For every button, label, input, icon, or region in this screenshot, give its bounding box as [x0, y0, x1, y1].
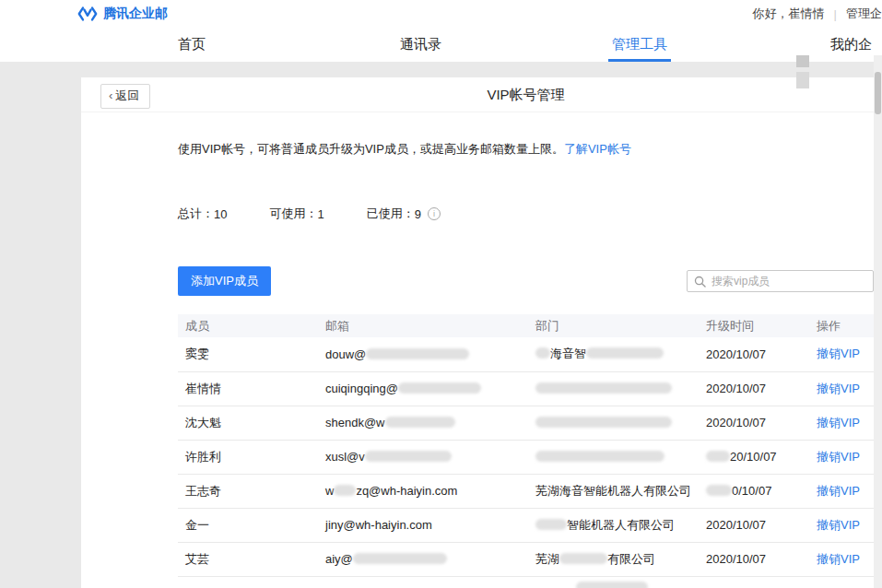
stat-total-label: 总计： [178, 206, 214, 222]
tab-home[interactable]: 首页 [176, 28, 207, 62]
upgrade-time: 2020/10/07 [699, 337, 809, 371]
upgrade-time: 2020/10/07 [699, 406, 809, 440]
floating-scrollbar-block-1[interactable] [796, 55, 809, 67]
back-button-label: 返回 [115, 88, 139, 102]
card-content: 使用VIP帐号，可将普通成员升级为VIP成员，或提高业务邮箱数量上限。了解VIP… [178, 141, 874, 588]
tab-admin-tools[interactable]: 管理工具 [610, 28, 669, 62]
member-email: xusl@v [318, 440, 528, 474]
stat-available-label: 可使用： [269, 206, 317, 222]
stat-used: 已使用： 9 [367, 206, 441, 222]
actions-cell: 撤销VIP [809, 508, 874, 542]
vip-members-table: 成员 邮箱 部门 升级时间 操作 窦雯douw@海音智2020/10/07撤销V… [178, 314, 874, 577]
floating-scrollbar-block-2[interactable] [796, 72, 809, 88]
tab-contacts[interactable]: 通讯录 [398, 28, 443, 62]
upgrade-time: 2020/10/07 [699, 371, 809, 406]
table-row: 崔情情cuiqingqing@2020/10/07撤销VIP [178, 371, 874, 406]
member-email: jiny@wh-haiyin.com [318, 508, 528, 542]
back-button[interactable]: ‹返回 [100, 84, 150, 109]
redacted-text [586, 347, 664, 359]
upgrade-time: 2020/10/07 [699, 508, 809, 542]
redacted-text [535, 347, 550, 359]
brand-logo[interactable]: 腾讯企业邮 [77, 5, 168, 23]
actions-cell: 撤销VIP [809, 371, 874, 406]
table-toolbar: 添加VIP成员 [178, 266, 874, 296]
vip-stats: 总计： 10 可使用： 1 已使用： 9 [178, 206, 874, 222]
revoke-vip-link[interactable]: 撤销VIP [817, 416, 860, 429]
page-background: ‹返回 VIP帐号管理 使用VIP帐号，可将普通成员升级为VIP成员，或提高业务… [0, 62, 882, 588]
revoke-vip-link[interactable]: 撤销VIP [817, 450, 860, 464]
stat-used-label: 已使用： [367, 206, 415, 222]
member-department: 芜湖有限公司 [528, 542, 699, 576]
stat-available: 可使用： 1 [269, 206, 323, 222]
stat-total: 总计： 10 [178, 206, 227, 222]
col-department: 部门 [528, 314, 699, 337]
separator: | [834, 7, 837, 21]
stat-available-value: 1 [317, 207, 323, 221]
chevron-left-icon: ‹ [109, 88, 112, 102]
redacted-text [535, 382, 672, 394]
upgrade-time: 2020/10/07 [699, 542, 809, 576]
search-input[interactable] [711, 275, 866, 288]
topbar: 腾讯企业邮 你好，崔情情 | 管理企 [0, 0, 882, 28]
revoke-vip-link[interactable]: 撤销VIP [817, 484, 860, 498]
topbar-right: 你好，崔情情 | 管理企 [753, 6, 882, 22]
table-row: 窦雯douw@海音智2020/10/07撤销VIP [178, 337, 874, 371]
actions-cell: 撤销VIP [809, 440, 874, 474]
redacted-text [706, 485, 732, 496]
member-name: 王志奇 [178, 474, 318, 508]
member-name: 沈大魁 [178, 406, 318, 440]
member-name: 金一 [178, 508, 318, 542]
member-email: wzq@wh-haiyin.com [318, 474, 528, 508]
redacted-text [385, 417, 455, 428]
revoke-vip-link[interactable]: 撤销VIP [817, 382, 860, 395]
card-header: ‹返回 VIP帐号管理 [81, 77, 874, 112]
redacted-blob [576, 582, 648, 588]
member-name: 艾芸 [178, 542, 318, 576]
brand-name: 腾讯企业邮 [103, 6, 168, 22]
actions-cell: 撤销VIP [809, 406, 874, 440]
col-email: 邮箱 [318, 314, 528, 337]
col-member: 成员 [178, 314, 318, 337]
member-department: 海音智 [528, 337, 699, 371]
vip-management-card: ‹返回 VIP帐号管理 使用VIP帐号，可将普通成员升级为VIP成员，或提高业务… [81, 77, 874, 588]
redacted-text [365, 451, 452, 462]
col-actions: 操作 [809, 314, 874, 337]
exmail-logo-icon [77, 5, 98, 23]
user-greeting[interactable]: 你好，崔情情 [753, 6, 825, 22]
actions-cell: 撤销VIP [809, 474, 874, 508]
member-department [528, 406, 699, 440]
info-icon[interactable] [428, 207, 441, 220]
member-email: aiy@ [318, 542, 528, 576]
upgrade-time: 0/10/07 [699, 474, 809, 508]
stat-used-value: 9 [415, 207, 421, 221]
redacted-text [535, 451, 664, 462]
redacted-text [398, 382, 481, 394]
vertical-scrollbar-thumb[interactable] [875, 72, 881, 114]
col-upgrade-time: 升级时间 [699, 314, 809, 337]
learn-vip-link[interactable]: 了解VIP帐号 [564, 142, 631, 156]
member-name: 窦雯 [178, 337, 318, 371]
add-vip-member-button[interactable]: 添加VIP成员 [178, 266, 271, 296]
revoke-vip-link[interactable]: 撤销VIP [817, 552, 860, 566]
redacted-text [535, 417, 672, 428]
redacted-text [535, 519, 567, 530]
redacted-text [353, 553, 447, 564]
revoke-vip-link[interactable]: 撤销VIP [817, 518, 860, 532]
member-department: 智能机器人有限公司 [528, 508, 699, 542]
member-email: shendk@w [318, 406, 528, 440]
admin-entry-link[interactable]: 管理企 [846, 6, 882, 22]
redacted-text [366, 348, 469, 359]
member-department [528, 371, 699, 406]
member-email: douw@ [318, 337, 528, 371]
page-title: VIP帐号管理 [178, 77, 874, 112]
revoke-vip-link[interactable]: 撤销VIP [817, 347, 860, 360]
member-email: cuiqingqing@ [318, 371, 528, 406]
stat-total-value: 10 [214, 207, 227, 221]
search-box [687, 270, 874, 292]
redacted-text [706, 451, 730, 462]
table-row: 艾芸aiy@芜湖有限公司2020/10/07撤销VIP [178, 542, 874, 576]
table-row: 沈大魁shendk@w2020/10/07撤销VIP [178, 406, 874, 440]
table-header: 成员 邮箱 部门 升级时间 操作 [178, 314, 874, 337]
table-row: 金一jiny@wh-haiyin.com智能机器人有限公司2020/10/07撤… [178, 508, 874, 542]
upgrade-time: 20/10/07 [699, 440, 809, 474]
